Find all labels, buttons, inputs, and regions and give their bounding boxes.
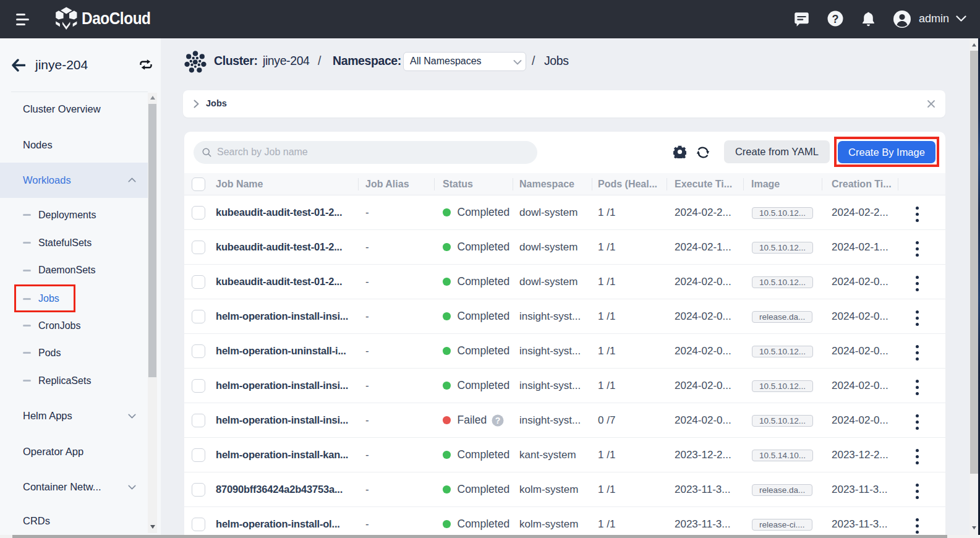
svg-text:?: ? [832,13,839,25]
svg-text:?: ? [495,415,501,425]
